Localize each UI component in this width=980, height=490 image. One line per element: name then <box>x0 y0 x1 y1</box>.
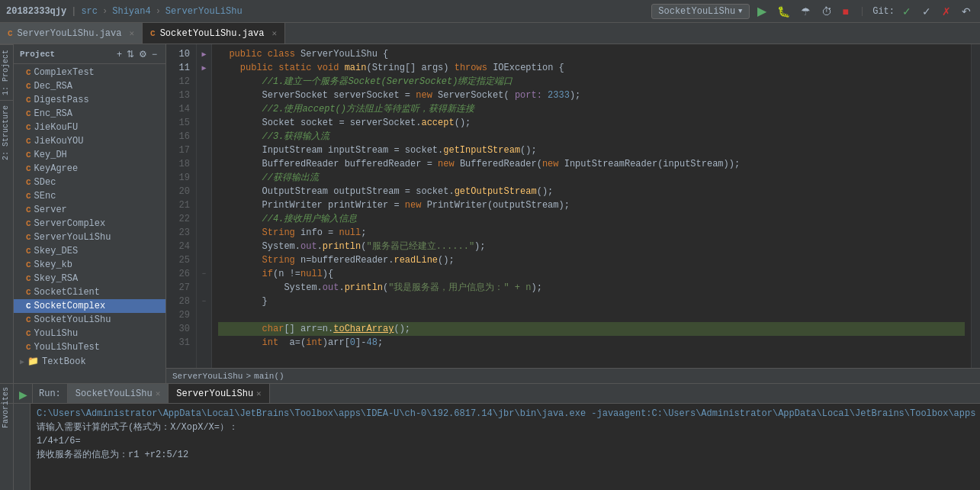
line-num-15: 15 <box>169 116 190 130</box>
dropdown-label: SocketYouLiShu <box>658 6 735 17</box>
sidebar-item-complex-test[interactable]: C ComplexTest <box>14 66 165 79</box>
item-label-10: SEnc <box>34 191 56 201</box>
sidebar-item-server-complex[interactable]: C ServerComplex <box>14 217 165 230</box>
class-icon-1: C <box>26 68 31 77</box>
sidebar-item-skey-kb[interactable]: C Skey_kb <box>14 258 165 272</box>
tab-label-1: ServerYouLiShu.java <box>18 28 122 39</box>
sidebar-item-senc[interactable]: C SEnc <box>14 189 165 203</box>
run-tab-server-close[interactable]: ✕ <box>256 388 262 398</box>
arrow-gutter: ▶ ▶ − − <box>197 44 212 368</box>
line-num-18: 18 <box>169 157 190 171</box>
tab-socket-you-li-shu[interactable]: C SocketYouLiShu.java ✕ <box>143 23 285 44</box>
code-line-28: } <box>218 295 965 308</box>
class-icon-6: C <box>26 137 31 146</box>
breadcrumb-server[interactable]: ServerYouLiShu <box>172 372 243 381</box>
sidebar-item-skey-des[interactable]: C Skey_DES <box>14 244 165 258</box>
sidebar-item-textbook[interactable]: ▶ 📁 TextBook <box>14 354 165 369</box>
arrow-10[interactable]: ▶ <box>201 50 206 59</box>
path-sep2: › <box>156 6 161 17</box>
code-content[interactable]: 10 11 12 13 14 15 16 17 18 19 20 21 22 2… <box>166 44 980 368</box>
item-label-15: Skey_kb <box>34 260 72 270</box>
tab-label-2: SocketYouLiShu.java <box>160 28 265 39</box>
class-icon-4: C <box>26 109 31 118</box>
toolbar-sep1: | <box>71 6 76 17</box>
tab-close-1[interactable]: ✕ <box>129 28 134 38</box>
breadcrumb-sep: > <box>246 372 251 381</box>
project-name: 20182333qjy <box>6 6 66 17</box>
toolbar-shiyan4[interactable]: Shiyan4 <box>112 6 150 17</box>
sidebar-item-enc-rsa[interactable]: C Enc_RSA <box>14 107 165 121</box>
sidebar-sync-btn[interactable]: ⇅ <box>124 48 137 60</box>
sidebar-settings-btn[interactable]: ⚙ <box>137 48 149 60</box>
run-play-button[interactable]: ▶ <box>15 387 31 402</box>
run-tab-socket-close[interactable]: ✕ <box>156 388 161 398</box>
sidebar: Project + ⇅ ⚙ − C ComplexTest C Dec_RSA … <box>14 44 166 383</box>
sidebar-item-socket-you-li-shu[interactable]: C SocketYouLiShu <box>14 313 165 327</box>
coverage-button[interactable]: ☂ <box>798 4 814 19</box>
class-icon-10: C <box>26 192 31 201</box>
bottom-left-labels: Favorites <box>0 384 14 403</box>
git-undo-button[interactable]: ↶ <box>959 4 974 19</box>
sidebar-item-key-agree[interactable]: C KeyAgree <box>14 162 165 176</box>
line-numbers: 10 11 12 13 14 15 16 17 18 19 20 21 22 2… <box>166 44 197 368</box>
line-num-25: 25 <box>169 253 190 267</box>
git-cross-button[interactable]: ✗ <box>939 4 954 19</box>
sidebar-item-skey-rsa[interactable]: C Skey_RSA <box>14 272 165 285</box>
sidebar-item-jiekou-you[interactable]: C JieKouYOU <box>14 134 165 148</box>
code-line-20: OutputStream outputStream = socket.getOu… <box>218 185 965 198</box>
run-tab-socket[interactable]: SocketYouLiShu ✕ <box>68 384 169 403</box>
code-line-12: //1.建立一个服务器Socket(ServerSocket)绑定指定端口 <box>218 75 965 89</box>
code-line-22: //4.接收用户输入信息 <box>218 212 965 226</box>
code-lines[interactable]: public class ServerYouLiShu { public sta… <box>212 44 971 368</box>
git-check-button[interactable]: ✓ <box>899 4 914 19</box>
line-num-13: 13 <box>169 89 190 102</box>
favorites-label[interactable]: Favorites <box>0 384 13 431</box>
toolbar-server[interactable]: ServerYouLiShu <box>165 6 243 17</box>
fold-28[interactable]: − <box>202 298 206 305</box>
structure-label[interactable]: 2: Structure <box>0 100 13 165</box>
breadcrumb-main[interactable]: main() <box>254 372 284 381</box>
git-label: Git: <box>872 6 895 17</box>
sidebar-item-socket-complex[interactable]: C SocketComplex <box>14 299 165 313</box>
item-label-2: Dec_RSA <box>34 81 72 92</box>
class-icon-8: C <box>26 164 31 173</box>
run-config-dropdown[interactable]: SocketYouLiShu ▼ <box>651 4 749 19</box>
sidebar-item-jiekou-fu[interactable]: C JieKouFU <box>14 121 165 134</box>
stop-button[interactable]: ■ <box>840 4 852 19</box>
profile-button[interactable]: ⏱ <box>818 4 835 19</box>
line-num-24: 24 <box>169 240 190 253</box>
code-line-19: //获得输出流 <box>218 171 965 185</box>
run-tab-server[interactable]: ServerYouLiShu ✕ <box>169 384 269 403</box>
code-line-17: InputStream inputStream = socket.getInpu… <box>218 143 965 157</box>
item-label-3: DigestPass <box>34 95 89 105</box>
item-label-14: Skey_DES <box>34 246 79 256</box>
class-icon-18: C <box>26 301 31 311</box>
run-button[interactable]: ▶ <box>754 2 770 20</box>
sidebar-item-digest-pass[interactable]: C DigestPass <box>14 93 165 107</box>
sidebar-item-dec-rsa[interactable]: C Dec_RSA <box>14 79 165 93</box>
class-icon-11: C <box>26 205 31 214</box>
sidebar-add-btn[interactable]: + <box>114 48 124 60</box>
sidebar-item-socket-client[interactable]: C SocketClient <box>14 285 165 299</box>
run-line-3: 1/4+1/6= <box>37 434 974 448</box>
git-tick-button[interactable]: ✓ <box>919 4 934 19</box>
debug-button[interactable]: 🐛 <box>774 4 793 19</box>
sidebar-item-server[interactable]: C Server <box>14 203 165 217</box>
project-label[interactable]: 1: Project <box>0 44 13 100</box>
sidebar-item-you-li-shu-test[interactable]: C YouLiShuTest <box>14 340 165 354</box>
path-sep1: › <box>102 6 108 17</box>
item-label-21: YouLiShuTest <box>34 342 100 353</box>
class-icon-7: C <box>26 150 31 160</box>
tab-server-you-li-shu[interactable]: C ServerYouLiShu.java ✕ <box>0 23 143 44</box>
sidebar-item-you-li-shu[interactable]: C YouLiShu <box>14 327 165 340</box>
tab-close-2[interactable]: ✕ <box>272 28 278 38</box>
fold-26[interactable]: − <box>202 270 206 278</box>
item-label-16: Skey_RSA <box>34 273 79 284</box>
toolbar-src[interactable]: src <box>81 6 98 17</box>
arrow-11[interactable]: ▶ <box>201 63 206 73</box>
sidebar-item-server-you-li-shu[interactable]: C ServerYouLiShu <box>14 230 165 244</box>
sidebar-item-sdec[interactable]: C SDec <box>14 176 165 189</box>
sidebar-item-key-dh[interactable]: C Key_DH <box>14 148 165 162</box>
textbook-label: TextBook <box>42 356 86 367</box>
sidebar-minimize-btn[interactable]: − <box>149 48 159 60</box>
